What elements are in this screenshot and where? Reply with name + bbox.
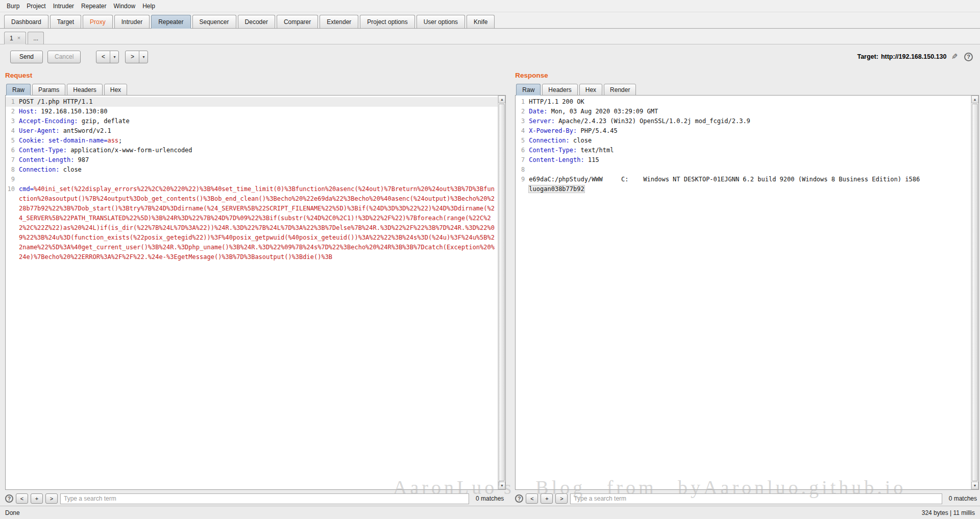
scroll-thumb[interactable] — [499, 104, 505, 481]
code-text[interactable]: Connection: close — [19, 165, 498, 175]
search-options-button[interactable]: + — [31, 493, 43, 504]
request-code-line: 5Cookie: set-domain-name=ass; — [6, 136, 498, 146]
scroll-down-icon[interactable]: ▼ — [498, 482, 505, 489]
help-icon[interactable]: ? — [964, 53, 973, 61]
response-search-input[interactable] — [570, 493, 942, 504]
main-tab-comparer[interactable]: Comparer — [277, 15, 318, 29]
edit-target-icon[interactable]: ✎ — [951, 52, 958, 61]
code-text[interactable]: POST /1.php HTTP/1.1 — [19, 97, 498, 107]
line-number: 9 — [516, 175, 529, 194]
code-text[interactable]: Date: Mon, 03 Aug 2020 03:29:09 GMT — [529, 107, 971, 116]
code-text[interactable]: Connection: close — [529, 136, 971, 146]
code-text[interactable]: Content-Type: text/html — [529, 146, 971, 155]
request-panel: Request RawParamsHeadersHex 1POST /1.php… — [5, 69, 506, 506]
code-text[interactable] — [529, 165, 971, 175]
code-text[interactable]: Cookie: set-domain-name=ass; — [19, 136, 498, 146]
code-text[interactable] — [19, 175, 498, 184]
code-text[interactable]: e69daC:/phpStudy/WWW C: Windows NT DESKT… — [529, 175, 971, 194]
menu-item-burp[interactable]: Burp — [3, 2, 23, 11]
session-tab-1[interactable]: 1× — [4, 32, 26, 44]
response-scrollbar[interactable]: ▲ ▼ — [971, 96, 978, 489]
line-number: 1 — [516, 97, 529, 107]
search-prev-button[interactable]: < — [526, 493, 538, 504]
cancel-button[interactable]: Cancel — [47, 51, 81, 63]
main-tab-project-options[interactable]: Project options — [360, 15, 414, 29]
code-text[interactable]: X-Powered-By: PHP/5.4.45 — [529, 126, 971, 136]
code-text[interactable]: Accept-Encoding: gzip, deflate — [19, 116, 498, 126]
response-code-line: 3Server: Apache/2.4.23 (Win32) OpenSSL/1… — [516, 116, 971, 126]
request-view-tab-raw[interactable]: Raw — [6, 84, 31, 96]
chevron-down-icon[interactable]: ▾ — [110, 51, 118, 63]
main-tabs: DashboardTargetProxyIntruderRepeaterSequ… — [0, 12, 980, 29]
line-number: 3 — [516, 116, 529, 126]
code-text[interactable]: Server: Apache/2.4.23 (Win32) OpenSSL/1.… — [529, 116, 971, 126]
search-next-button[interactable]: > — [555, 493, 568, 504]
status-text: Done — [5, 509, 20, 516]
main-tab-sequencer[interactable]: Sequencer — [192, 15, 236, 29]
code-text[interactable]: User-Agent: antSword/v2.1 — [19, 126, 498, 136]
menu-item-window[interactable]: Window — [110, 2, 139, 11]
code-text[interactable]: Content-Type: application/x-www-form-url… — [19, 146, 498, 155]
response-code-line: 5Connection: close — [516, 136, 971, 146]
main-tab-decoder[interactable]: Decoder — [238, 15, 275, 29]
request-view-tab-headers[interactable]: Headers — [67, 84, 102, 96]
request-code-line: 8Connection: close — [6, 165, 498, 175]
main-tab-dashboard[interactable]: Dashboard — [4, 15, 48, 29]
search-next-button[interactable]: > — [45, 493, 58, 504]
menu-item-intruder[interactable]: Intruder — [50, 2, 78, 11]
main-tab-intruder[interactable]: Intruder — [114, 15, 150, 29]
send-button[interactable]: Send — [10, 51, 43, 63]
code-text[interactable]: Content-Length: 987 — [19, 155, 498, 165]
next-request-button[interactable]: > ▾ — [125, 51, 148, 63]
response-view-tab-render[interactable]: Render — [604, 84, 636, 96]
response-searchbar: ? < + > 0 matches — [515, 491, 979, 506]
close-tab-icon[interactable]: × — [17, 35, 20, 41]
prev-request-button[interactable]: < ▾ — [96, 51, 119, 63]
search-help-icon[interactable]: ? — [515, 494, 523, 503]
menu-item-help[interactable]: Help — [139, 2, 159, 11]
response-view-tab-hex[interactable]: Hex — [579, 84, 602, 96]
menu-item-repeater[interactable]: Repeater — [78, 2, 110, 11]
target-value: http://192.168.150.130 — [881, 53, 947, 60]
main-tab-extender[interactable]: Extender — [320, 15, 358, 29]
response-code-line: 2Date: Mon, 03 Aug 2020 03:29:09 GMT — [516, 107, 971, 116]
response-title: Response — [515, 69, 979, 82]
request-view-tab-hex[interactable]: Hex — [104, 84, 127, 96]
line-number: 9 — [6, 175, 19, 184]
main-tab-repeater[interactable]: Repeater — [151, 15, 190, 29]
target-display: Target:http://192.168.150.130 — [857, 53, 946, 60]
response-editor[interactable]: 1HTTP/1.1 200 OK2Date: Mon, 03 Aug 2020 … — [515, 95, 979, 490]
request-search-input[interactable] — [60, 493, 469, 504]
response-view-tab-headers[interactable]: Headers — [542, 84, 577, 96]
response-code-line: 4X-Powered-By: PHP/5.4.45 — [516, 126, 971, 136]
code-text[interactable]: cmd=%40ini_set(%22display_errors%22%2C%2… — [19, 184, 498, 262]
search-prev-button[interactable]: < — [16, 493, 28, 504]
response-code-line: 1HTTP/1.1 200 OK — [516, 97, 971, 107]
search-help-icon[interactable]: ? — [5, 494, 13, 503]
panels: Request RawParamsHeadersHex 1POST /1.php… — [5, 69, 979, 506]
main-tab-knife[interactable]: Knife — [467, 15, 495, 29]
prev-arrow-icon[interactable]: < — [96, 51, 110, 63]
response-view-tab-raw[interactable]: Raw — [516, 84, 541, 96]
search-options-button[interactable]: + — [541, 493, 553, 504]
request-view-tab-params[interactable]: Params — [32, 84, 65, 96]
scroll-up-icon[interactable]: ▲ — [498, 96, 505, 103]
scroll-up-icon[interactable]: ▲ — [971, 96, 978, 103]
code-text[interactable]: Content-Length: 115 — [529, 155, 971, 165]
code-text[interactable]: Host: 192.168.150.130:80 — [19, 107, 498, 116]
request-editor[interactable]: 1POST /1.php HTTP/1.12Host: 192.168.150.… — [5, 95, 506, 490]
response-editor-tabs: RawHeadersHexRender — [515, 82, 979, 95]
session-tab-item[interactable]: ... — [28, 32, 44, 44]
main-tab-user-options[interactable]: User options — [416, 15, 465, 29]
main-tab-proxy[interactable]: Proxy — [83, 15, 113, 29]
request-searchbar: ? < + > 0 matches — [5, 491, 506, 506]
menu-item-project[interactable]: Project — [23, 2, 49, 11]
request-scrollbar[interactable]: ▲ ▼ — [498, 96, 505, 489]
scroll-thumb[interactable] — [972, 104, 978, 481]
next-arrow-icon[interactable]: > — [126, 51, 139, 63]
code-text[interactable]: HTTP/1.1 200 OK — [529, 97, 971, 107]
scroll-down-icon[interactable]: ▼ — [971, 482, 978, 489]
chevron-down-icon[interactable]: ▾ — [139, 51, 148, 63]
response-code-line: 6Content-Type: text/html — [516, 146, 971, 155]
main-tab-target[interactable]: Target — [50, 15, 81, 29]
